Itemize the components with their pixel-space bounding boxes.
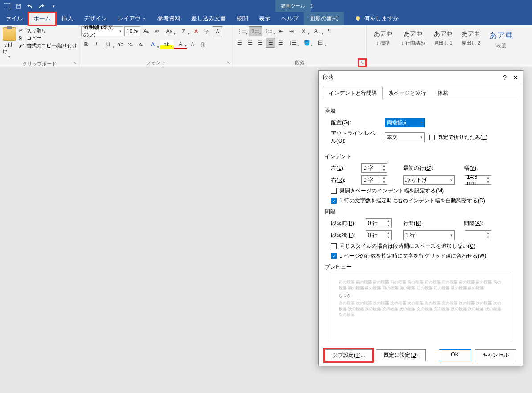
indent-left-spinner[interactable]: 0 字▲▼ — [361, 163, 387, 173]
spin-up-icon[interactable]: ▲ — [385, 231, 391, 235]
grow-font-icon[interactable]: A▴ — [141, 26, 151, 36]
word-icon[interactable] — [2, 1, 12, 12]
set-default-button[interactable]: 既定に設定(D) — [376, 349, 426, 361]
spin-up-icon[interactable]: ▲ — [485, 176, 491, 180]
indent-right-spinner[interactable]: 0 字▲▼ — [361, 175, 387, 185]
tell-me-search[interactable]: 何をしますか — [354, 12, 399, 25]
align-center-icon[interactable]: ☰ — [245, 38, 255, 48]
tab-file[interactable]: ァイル — [0, 12, 28, 25]
tab-home[interactable]: ホーム — [28, 12, 56, 25]
help-icon[interactable]: ? — [503, 74, 507, 81]
text-effects-button[interactable]: A — [146, 40, 160, 49]
font-name-combo[interactable]: 游明朝 (本文のフ: — [81, 26, 123, 36]
space-before-spinner[interactable]: 0 行▲▼ — [366, 218, 392, 228]
dialog-tab-pagebreak[interactable]: 改ページと改行 — [383, 87, 432, 99]
style-normal[interactable]: あア亜↓ 標準 — [372, 28, 394, 51]
enclose-icon[interactable]: ㊓ — [198, 40, 208, 49]
cancel-button[interactable]: キャンセル — [475, 349, 516, 361]
mirror-indent-checkbox[interactable]: 見開きページのインデント幅を設定する(M) — [331, 187, 516, 195]
paragraph-launcher[interactable]: ⤡ — [359, 60, 365, 66]
tab-review[interactable]: 校閲 — [231, 12, 254, 25]
save-icon[interactable] — [13, 1, 24, 12]
multilevel-button[interactable]: ⁝☰ — [262, 26, 276, 36]
spin-down-icon[interactable]: ▼ — [385, 223, 391, 228]
spin-up-icon[interactable]: ▲ — [381, 164, 387, 168]
font-size-combo[interactable]: 10.5 — [124, 26, 140, 36]
snap-grid-checkbox[interactable]: ✓1 ページの行数を指定時に文字を行グリッド線に合わせる(W) — [331, 252, 516, 260]
cut-button[interactable]: ✂切り取り — [19, 27, 77, 34]
firstline-combo[interactable]: ぶら下げ — [403, 175, 455, 185]
paste-button[interactable]: り付け ▾ — [2, 26, 17, 60]
style-heading1[interactable]: あア亜見出し 1 — [432, 28, 454, 51]
bold-button[interactable]: B — [81, 40, 91, 49]
collapsed-checkbox[interactable]: 既定で折りたたみ(E) — [429, 134, 487, 141]
show-marks-icon[interactable]: ¶ — [324, 26, 334, 36]
no-space-same-checkbox[interactable]: 同じスタイルの場合は段落間にスペースを追加しない(C) — [331, 242, 516, 250]
spin-up-icon[interactable]: ▲ — [385, 219, 391, 223]
style-heading2[interactable]: あア亜見出し 2 — [460, 28, 482, 51]
spin-down-icon[interactable]: ▼ — [485, 235, 491, 240]
tab-references[interactable]: 参考資料 — [152, 12, 186, 25]
line-spacing-combo[interactable]: 1 行 — [403, 230, 455, 240]
tab-view[interactable]: 表示 — [254, 12, 276, 25]
tab-shape-format[interactable]: 図形の書式 — [304, 12, 344, 25]
font-color-button[interactable]: A — [174, 40, 187, 49]
copy-button[interactable]: ⎘コピー — [19, 35, 77, 41]
clipboard-launcher[interactable]: ⤡ — [72, 60, 78, 66]
italic-button[interactable]: I — [91, 40, 101, 49]
tab-help[interactable]: ヘルプ — [276, 12, 304, 25]
align-left-icon[interactable]: ☰ — [235, 38, 245, 48]
numbering-button[interactable]: 1☰ — [249, 26, 262, 36]
tabs-button[interactable]: タブ設定(T)... — [325, 349, 372, 361]
ok-button[interactable]: OK — [439, 349, 471, 361]
shrink-font-icon[interactable]: A▾ — [152, 26, 162, 36]
asian-layout-button[interactable]: ✕ — [297, 26, 310, 36]
spin-down-icon[interactable]: ▼ — [485, 180, 491, 184]
dialog-tab-indent[interactable]: インデントと行間隔 — [323, 87, 383, 99]
increase-indent-icon[interactable]: ⇥ — [286, 26, 296, 36]
subscript-button[interactable]: x2 — [126, 40, 135, 49]
bullets-button[interactable]: ⋮☰ — [235, 26, 248, 36]
auto-adjust-checkbox[interactable]: ✓1 行の文字数を指定時に右のインデント幅を自動調整する(D) — [331, 197, 516, 205]
line-spacing-button[interactable]: ↕☰ — [286, 38, 299, 48]
shading-button[interactable]: 🪣 — [300, 38, 313, 48]
distributed-icon[interactable]: ☰ — [276, 38, 286, 48]
justify-icon[interactable]: ☰ — [266, 38, 275, 48]
close-icon[interactable]: ✕ — [513, 74, 518, 81]
tab-mailings[interactable]: 差し込み文書 — [186, 12, 231, 25]
highlight-button[interactable]: ab — [160, 40, 173, 49]
by-spinner[interactable]: 14.8 mm▲▼ — [465, 175, 491, 185]
char-border-icon[interactable]: A — [213, 26, 222, 36]
tab-layout[interactable]: レイアウト — [112, 12, 152, 25]
style-no-spacing[interactable]: あア亜↓ 行間詰め — [400, 28, 427, 51]
tab-insert[interactable]: 挿入 — [56, 12, 78, 25]
qat-customize[interactable]: ▾ — [48, 1, 59, 12]
redo-icon[interactable] — [37, 1, 47, 12]
style-title[interactable]: あア亜表題 — [487, 28, 515, 51]
spin-up-icon[interactable]: ▲ — [381, 176, 387, 180]
spin-up-icon[interactable]: ▲ — [485, 231, 491, 235]
font-launcher[interactable]: ⤡ — [225, 60, 232, 66]
spin-down-icon[interactable]: ▼ — [385, 235, 391, 240]
sort-button[interactable]: A↓ — [311, 26, 324, 36]
phonetic-guide-button[interactable]: ア — [177, 26, 190, 36]
char-shading-icon[interactable]: A — [188, 40, 197, 49]
format-painter-button[interactable]: 🖌書式のコピー/貼り付け — [19, 42, 77, 49]
enclose-char-icon[interactable]: 字 — [202, 26, 212, 36]
superscript-button[interactable]: x2 — [136, 40, 146, 49]
align-right-icon[interactable]: ☰ — [255, 38, 265, 48]
change-case-button[interactable]: Aa — [163, 26, 176, 36]
spin-down-icon[interactable]: ▼ — [381, 180, 387, 184]
clear-formatting-icon[interactable]: A̷ — [191, 26, 201, 36]
borders-button[interactable]: 田 — [314, 38, 327, 48]
at-spinner[interactable]: ▲▼ — [465, 230, 491, 240]
outline-combo[interactable]: 本文 — [385, 132, 425, 142]
strikethrough-button[interactable]: ab — [115, 40, 125, 49]
decrease-indent-icon[interactable]: ⇤ — [276, 26, 286, 36]
undo-icon[interactable] — [25, 1, 36, 12]
dialog-tab-asian[interactable]: 体裁 — [432, 87, 454, 99]
space-after-spinner[interactable]: 0 行▲▼ — [366, 230, 392, 240]
spin-down-icon[interactable]: ▼ — [381, 168, 387, 172]
alignment-combo[interactable]: 両端揃え — [385, 118, 425, 127]
underline-button[interactable]: U — [102, 40, 115, 49]
